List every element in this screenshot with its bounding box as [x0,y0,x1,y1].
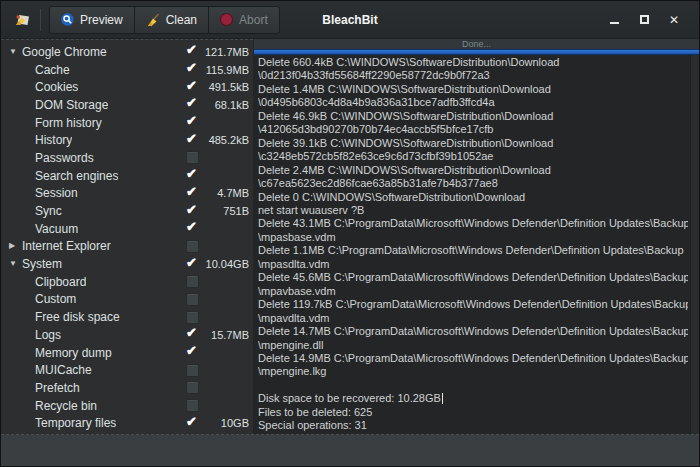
magnifier-icon [61,13,74,26]
tree-row-label[interactable]: Clipboard [35,275,86,289]
tree-row[interactable]: Passwords [1,149,253,167]
tree-row-label[interactable]: Internet Explorer [22,239,111,253]
preview-button-label: Preview [80,13,123,27]
tree-row-label[interactable]: Google Chrome [22,45,107,59]
tree-row-label[interactable]: System [22,257,62,271]
log-line: Delete 45.6MB C:\ProgramData\Microsoft\W… [258,271,688,284]
tree-row[interactable]: ▼ System 10.04GB [1,255,253,273]
tree-row-checkbox[interactable] [186,381,199,394]
tree-row[interactable]: History 485.2kB [1,131,253,149]
tree-row-label[interactable]: Free disk space [35,310,120,324]
tree-row-checkbox[interactable] [186,98,199,111]
tree-row-checkbox[interactable] [186,169,199,182]
tree-row[interactable]: Search engines [1,167,253,185]
tree-row-checkbox[interactable] [186,328,199,341]
tree-row-label[interactable]: MUICache [35,363,92,377]
summary-disk-space-text: Disk space to be recovered: 10.28GB [258,392,441,404]
tree-row-checkbox[interactable] [186,63,199,76]
tree-row-label[interactable]: Temporary files [35,416,116,430]
close-button[interactable]: ✕ [659,7,689,33]
tree-row[interactable]: Session 4.7MB [1,185,253,203]
log-line: Delete 46.9kB C:\WINDOWS\SoftwareDistrib… [258,110,688,123]
tree-row[interactable]: Free disk space [1,308,253,326]
abort-button[interactable]: Abort [209,7,279,33]
tree-row-checkbox[interactable] [186,240,199,253]
tree-row-label[interactable]: Memory dump [35,346,112,360]
tree-row-checkbox[interactable] [186,151,199,164]
tree-row-label[interactable]: Logs [35,328,61,342]
maximize-button[interactable] [629,7,659,33]
cleaner-tree[interactable]: ▼ Google Chrome 121.7MB Cache 115.9MB [1,39,253,434]
tree-row[interactable]: Cookies 491.5kB [1,78,253,96]
tree-row-label[interactable]: Cookies [35,80,78,94]
tree-row-label[interactable]: Recycle bin [35,399,97,413]
expander-icon[interactable]: ▼ [9,48,22,56]
preview-button[interactable]: Preview [50,7,135,33]
tree-row[interactable]: Temporary files 10GB [1,414,253,432]
summary-disk-space: Disk space to be recovered: 10.28GB [258,392,688,405]
tree-row[interactable]: MUICache [1,361,253,379]
tree-row-checkbox[interactable] [186,258,199,271]
tree-row-label[interactable]: Custom [35,292,76,306]
expander-icon[interactable]: ▶ [9,242,22,250]
tree-row-label[interactable]: Vacuum [35,222,78,236]
expander-icon[interactable]: ▼ [9,260,22,268]
log-line: Delete 39.1kB C:\WINDOWS\SoftwareDistrib… [258,137,688,150]
tree-row-label[interactable]: Session [35,186,78,200]
tree-row[interactable]: Form history [1,114,253,132]
tree-row[interactable]: Cache 115.9MB [1,61,253,79]
minimize-button[interactable] [599,7,629,33]
tree-row-label[interactable]: Passwords [35,151,94,165]
broom-icon [146,13,160,27]
tree-row-label[interactable]: Prefetch [35,381,80,395]
tree-row-checkbox[interactable] [186,187,199,200]
clean-button[interactable]: Clean [135,7,209,33]
tree-row-label[interactable]: Search engines [35,169,118,183]
tree-row-checkbox[interactable] [186,116,199,129]
tree-row[interactable]: Prefetch [1,379,253,397]
tree-row-label[interactable]: Cache [35,63,70,77]
tree-row[interactable]: ▼ Google Chrome 121.7MB [1,43,253,61]
tree-row-checkbox[interactable] [186,346,199,359]
tree-row[interactable]: Sync 751B [1,202,253,220]
tree-row-label[interactable]: DOM Storage [35,98,108,112]
tree-row[interactable]: Vacuum [1,220,253,238]
tree-row-checkbox[interactable] [186,293,199,306]
tree-row-checkbox[interactable] [186,417,199,430]
tree-row-size: 491.5kB [203,81,249,93]
tree-row[interactable]: Logs 15.7MB [1,326,253,344]
tree-row[interactable]: ▶ Internet Explorer [1,238,253,256]
tree-row-checkbox[interactable] [186,311,199,324]
log-textview[interactable]: Delete 660.4kB C:\WINDOWS\SoftwareDistri… [254,55,690,434]
tree-row[interactable]: DOM Storage 68.1kB [1,96,253,114]
tree-row-label[interactable]: History [35,133,72,147]
log-line: \c67ea5623ec2d86fcae63a85b31afe7b4b377ae… [258,177,688,190]
tree-row-checkbox[interactable] [186,81,199,94]
tree-row-size: 10.04GB [203,258,249,270]
log-line: Delete 0 C:\WINDOWS\SoftwareDistribution… [258,191,688,204]
tree-row-checkbox[interactable] [186,275,199,288]
tree-row-label[interactable]: Form history [35,116,102,130]
tree-row[interactable]: Clipboard [1,273,253,291]
log-line: Delete 14.9MB C:\ProgramData\Microsoft\W… [258,352,688,365]
log-line: Delete 43.1MB C:\ProgramData\Microsoft\W… [258,217,688,230]
tree-row-checkbox[interactable] [186,399,199,412]
log-line: Delete 2.4MB C:\WINDOWS\SoftwareDistribu… [258,164,688,177]
tree-row-size: 115.9MB [203,64,249,76]
log-line: \mpasbase.vdm [258,231,688,244]
tree-row-checkbox[interactable] [186,222,199,235]
log-line: Delete 1.1MB C:\ProgramData\Microsoft\Wi… [258,244,688,257]
tree-row-checkbox[interactable] [186,364,199,377]
tree-row[interactable]: Custom [1,291,253,309]
tree-row-checkbox[interactable] [186,205,199,218]
tree-row[interactable]: Memory dump [1,344,253,362]
tree-row-label[interactable]: Sync [35,204,62,218]
vertical-scrollbar[interactable] [690,55,699,434]
tree-row-checkbox[interactable] [186,45,199,58]
log-line: \mpavbase.vdm [258,285,688,298]
tree-row-checkbox[interactable] [186,134,199,147]
progress-status-text: Done... [462,39,491,49]
tree-row[interactable]: Recycle bin [1,397,253,415]
tree-row-size: 68.1kB [203,99,249,111]
tree-row-size: 751B [203,205,249,217]
